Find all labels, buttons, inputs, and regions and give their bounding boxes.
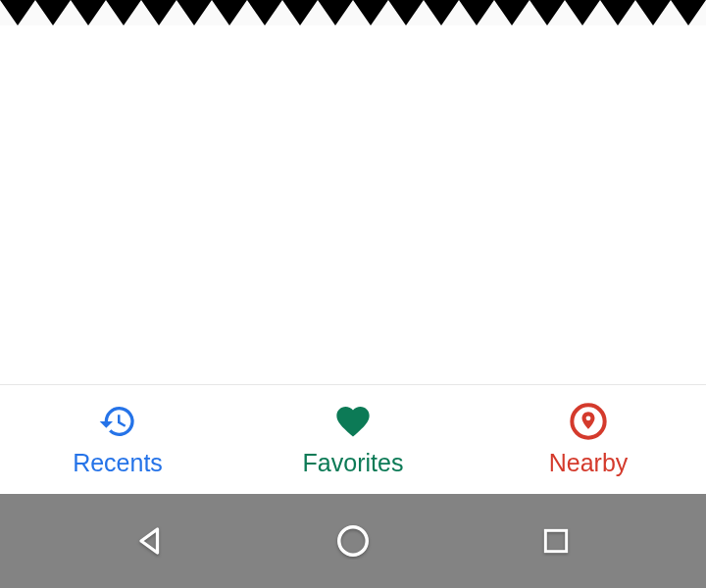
nav-label-favorites: Favorites bbox=[303, 449, 404, 477]
nav-item-nearby[interactable]: Nearby bbox=[471, 385, 706, 494]
svg-rect-3 bbox=[545, 530, 566, 551]
home-button[interactable] bbox=[331, 519, 375, 563]
history-icon bbox=[98, 402, 137, 441]
nav-label-nearby: Nearby bbox=[549, 449, 629, 477]
system-navigation-bar bbox=[0, 494, 706, 588]
content-area bbox=[0, 25, 706, 384]
svg-point-2 bbox=[339, 527, 368, 556]
back-button[interactable] bbox=[128, 519, 172, 563]
nav-item-recents[interactable]: Recents bbox=[0, 385, 235, 494]
nav-item-favorites[interactable]: Favorites bbox=[235, 385, 471, 494]
zigzag-decoration bbox=[0, 0, 706, 25]
svg-point-1 bbox=[586, 416, 591, 420]
overview-button[interactable] bbox=[534, 519, 578, 563]
nav-label-recents: Recents bbox=[73, 449, 163, 477]
location-icon bbox=[569, 402, 608, 441]
heart-icon bbox=[333, 402, 373, 441]
bottom-navigation: Recents Favorites Nearby bbox=[0, 384, 706, 494]
